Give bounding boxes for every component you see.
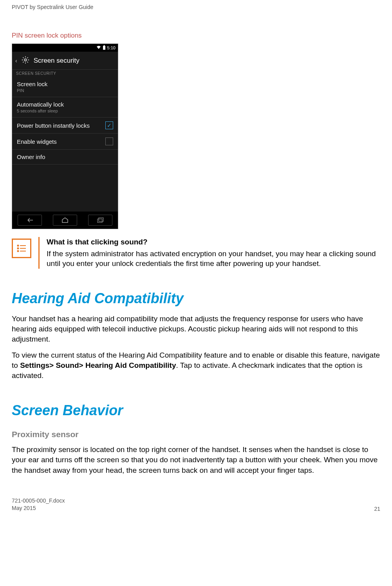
- gear-icon: [21, 56, 30, 65]
- nav-back-icon: [18, 215, 42, 226]
- svg-point-2: [24, 59, 27, 61]
- setting-sublabel: 5 seconds after sleep: [17, 109, 64, 113]
- phone-screenshot: 5:10 ‹ Screen security SCREEN SECURITY S…: [12, 43, 118, 229]
- status-time: 5:10: [107, 45, 116, 50]
- svg-point-7: [18, 248, 19, 249]
- note-list-icon: [12, 239, 31, 258]
- footer-doc-id: 721-0005-000_F.docx: [12, 497, 65, 505]
- note-callout: What is that clicking sound? If the syst…: [12, 237, 380, 269]
- note-heading: What is that clicking sound?: [47, 237, 380, 247]
- setting-power-button: Power button instantly locks ✓: [12, 118, 118, 134]
- setting-sublabel: PIN: [17, 88, 47, 93]
- subsection-heading-proximity: Proximity sensor: [12, 430, 380, 439]
- setting-screen-lock: Screen lock PIN: [12, 77, 118, 97]
- section-heading-hearing: Hearing Aid Compatibility: [12, 290, 380, 307]
- svg-rect-3: [98, 219, 102, 222]
- body-paragraph: To view the current status of the Hearin…: [12, 350, 380, 381]
- setting-label: Screen lock: [17, 81, 47, 87]
- svg-point-9: [18, 251, 19, 252]
- footer-page-number: 21: [374, 506, 380, 512]
- back-chevron-icon: ‹: [15, 58, 17, 64]
- phone-section-label: SCREEN SECURITY: [12, 70, 118, 77]
- setting-enable-widgets: Enable widgets: [12, 134, 118, 150]
- phone-screen-title: Screen security: [34, 57, 79, 65]
- footer-date: May 2015: [12, 505, 65, 512]
- setting-auto-lock: Automatically lock 5 seconds after sleep: [12, 97, 118, 118]
- nav-recent-icon: [88, 215, 112, 226]
- section-heading-screen: Screen Behavior: [12, 402, 380, 419]
- setting-label: Automatically lock: [17, 101, 64, 108]
- nav-home-icon: [53, 215, 77, 226]
- wifi-icon: [96, 45, 101, 50]
- checkbox-checked-icon: ✓: [105, 121, 113, 129]
- figure-caption: PIN screen lock options: [12, 32, 380, 40]
- note-divider: [38, 237, 40, 269]
- page-footer: 721-0005-000_F.docx May 2015 21: [12, 497, 380, 512]
- setting-owner-info: Owner info: [12, 150, 118, 165]
- checkbox-unchecked-icon: [105, 137, 113, 145]
- body-paragraph: Your handset has a hearing aid compatibi…: [12, 314, 380, 345]
- svg-rect-1: [104, 45, 105, 46]
- phone-status-bar: 5:10: [12, 44, 118, 52]
- note-body: If the system administrator has activate…: [47, 249, 380, 269]
- battery-icon: [103, 45, 106, 51]
- phone-blank-area: [12, 165, 118, 212]
- setting-label: Enable widgets: [17, 138, 57, 145]
- body-paragraph: The proximity sensor is located on the t…: [12, 445, 380, 476]
- phone-title-bar: ‹ Screen security: [12, 52, 118, 70]
- bold-path: Settings> Sound> Hearing Aid Compatibili…: [20, 361, 176, 369]
- svg-rect-4: [99, 218, 103, 221]
- phone-nav-bar: [12, 212, 118, 229]
- doc-header: PIVOT by Spectralink User Guide: [12, 0, 380, 10]
- setting-label: Owner info: [17, 154, 45, 160]
- svg-rect-0: [103, 46, 105, 50]
- svg-point-5: [18, 245, 19, 246]
- setting-label: Power button instantly locks: [17, 122, 90, 129]
